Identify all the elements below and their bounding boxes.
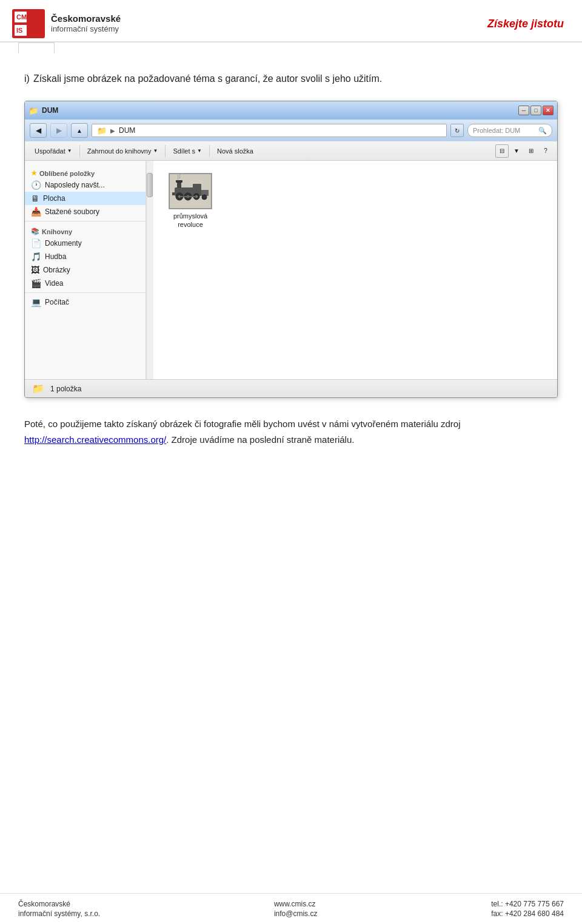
paragraph-text-rest: . xyxy=(166,434,171,445)
point-i-section: i) Získali jsme obrázek na požadované té… xyxy=(24,72,558,86)
computer-icon: 💻 xyxy=(31,297,41,307)
sidebar-item-pictures[interactable]: 🖼 Obrázky xyxy=(25,263,146,277)
toolbar-newfolder-button[interactable]: Nová složka xyxy=(212,146,258,156)
tab-indicator xyxy=(18,42,55,53)
explorer-statusbar: 📁 1 položka xyxy=(25,379,557,397)
paragraph-text-end: Zdroje uvádíme na poslední straně materi… xyxy=(172,434,355,445)
titlebar-left: 📁 DUM xyxy=(28,106,58,115)
footer-col-3: tel.: +420 775 775 667 fax: +420 284 680… xyxy=(491,900,564,918)
toolbar-separator-1 xyxy=(79,145,80,157)
view-preview-button[interactable]: ⊟ xyxy=(495,144,509,158)
footer-col-1: Českomoravské informační systémy, s.r.o. xyxy=(18,900,100,918)
file-item-przemyslova[interactable]: průmyslovárevoluce xyxy=(163,170,218,232)
toolbar-organize-button[interactable]: Uspořádat ▼ xyxy=(30,146,77,156)
view-dropdown-button[interactable]: ▼ xyxy=(510,144,523,158)
logo-text: Českomoravské informační systémy xyxy=(51,13,121,35)
sidebar-scrollbar[interactable] xyxy=(146,161,153,379)
cmis-logo-icon: CM IS xyxy=(12,9,45,38)
pictures-icon: 🖼 xyxy=(31,265,39,275)
documents-icon: 📄 xyxy=(31,238,41,248)
footer-website: www.cmis.cz xyxy=(274,900,318,908)
sidebar-favorites-header: ★ Oblíbené položky xyxy=(25,166,146,178)
locomotive-image xyxy=(170,174,211,208)
explorer-window: 📁 DUM ─ □ ✕ ◀ ▶ ▲ 📁 ▶ DUM ↻ Prohledat: D… xyxy=(24,101,558,398)
svg-point-20 xyxy=(202,195,207,200)
toolbar-library-button[interactable]: Zahrnout do knihovny ▼ xyxy=(82,146,163,156)
close-button[interactable]: ✕ xyxy=(543,106,554,115)
forward-button[interactable]: ▶ xyxy=(50,123,67,138)
sidebar-item-recent[interactable]: 🕐 Naposledy navšt... xyxy=(25,178,146,192)
scrollbar-thumb xyxy=(147,173,153,197)
organize-chevron-icon: ▼ xyxy=(67,148,72,153)
refresh-button[interactable]: ↻ xyxy=(450,124,464,137)
logo-sub: informační systémy xyxy=(51,24,121,35)
desktop-icon: 🖥 xyxy=(31,194,39,203)
recent-icon: 🕐 xyxy=(31,180,41,190)
minimize-button[interactable]: ─ xyxy=(518,106,529,115)
status-folder-icon: 📁 xyxy=(32,383,44,394)
search-placeholder: Prohledat: DUM xyxy=(473,127,520,134)
logo-area: CM IS Českomoravské informační systémy xyxy=(12,9,121,38)
paragraph-text-before: Poté, co použijeme takto získaný obrázek… xyxy=(24,419,460,429)
header-tagline: Získejte jistotu xyxy=(487,18,564,30)
explorer-title: DUM xyxy=(42,106,58,115)
address-box[interactable]: 📁 ▶ DUM xyxy=(92,124,447,137)
footer-email: info@cmis.cz xyxy=(274,909,318,918)
view-buttons: ⊟ ▼ ⊞ ? xyxy=(495,144,552,158)
logo-main: Českomoravské xyxy=(51,13,121,25)
back-button[interactable]: ◀ xyxy=(30,123,47,138)
explorer-main-area: průmyslovárevoluce xyxy=(153,161,557,379)
sidebar-libraries-header: 📚 Knihovny xyxy=(25,224,146,237)
sidebar-divider-1 xyxy=(25,221,146,221)
window-buttons: ─ □ ✕ xyxy=(518,106,554,115)
address-text: DUM xyxy=(119,126,135,135)
status-text: 1 položka xyxy=(50,385,81,393)
sidebar-item-music[interactable]: 🎵 Hudba xyxy=(25,250,146,263)
toolbar-separator-2 xyxy=(165,145,166,157)
svg-text:CM: CM xyxy=(16,13,27,21)
sidebar-item-desktop[interactable]: 🖥 Plocha xyxy=(25,192,146,205)
music-icon: 🎵 xyxy=(31,252,41,261)
view-details-button[interactable]: ⊞ xyxy=(524,144,538,158)
explorer-addressbar: ◀ ▶ ▲ 📁 ▶ DUM ↻ Prohledat: DUM 🔍 xyxy=(25,120,557,141)
footer-company-name: Českomoravské xyxy=(18,900,100,908)
downloads-icon: 📥 xyxy=(31,207,41,217)
footer-fax: fax: +420 284 680 484 xyxy=(491,909,564,918)
explorer-sidebar: ★ Oblíbené položky 🕐 Naposledy navšt... … xyxy=(25,161,146,379)
sidebar-item-documents[interactable]: 📄 Dokumenty xyxy=(25,237,146,250)
paragraph-section: Poté, co použijeme takto získaný obrázek… xyxy=(24,416,558,447)
footer-col-2: www.cmis.cz info@cmis.cz xyxy=(274,900,318,918)
svg-rect-8 xyxy=(176,180,182,183)
view-help-button[interactable]: ? xyxy=(539,144,552,158)
point-i-text: Získali jsme obrázek na požadované téma … xyxy=(33,72,382,86)
page-header: CM IS Českomoravské informační systémy Z… xyxy=(0,0,582,42)
creativecommons-link[interactable]: http://search.creativecommons.org/ xyxy=(24,434,166,445)
sidebar-item-downloads[interactable]: 📥 Stažené soubory xyxy=(25,205,146,218)
videos-icon: 🎬 xyxy=(31,278,41,288)
sidebar-item-computer[interactable]: 💻 Počítač xyxy=(25,295,146,309)
folder-title-icon: 📁 xyxy=(28,106,38,115)
libraries-icon: 📚 xyxy=(31,228,39,235)
point-i-label: i) xyxy=(24,72,30,86)
sidebar-divider-2 xyxy=(25,292,146,293)
favorites-star-icon: ★ xyxy=(31,169,37,177)
file-thumbnail xyxy=(169,173,212,209)
toolbar-separator-3 xyxy=(209,145,210,157)
share-chevron-icon: ▼ xyxy=(197,148,202,153)
explorer-toolbar: Uspořádat ▼ Zahrnout do knihovny ▼ Sdíle… xyxy=(25,141,557,161)
explorer-titlebar: 📁 DUM ─ □ ✕ xyxy=(25,101,557,120)
up-button[interactable]: ▲ xyxy=(71,123,88,138)
search-box[interactable]: Prohledat: DUM 🔍 xyxy=(467,124,552,137)
toolbar-share-button[interactable]: Sdílet s ▼ xyxy=(168,146,207,156)
svg-rect-17 xyxy=(172,192,175,195)
library-chevron-icon: ▼ xyxy=(153,148,158,153)
address-folder-icon: 📁 xyxy=(97,126,107,135)
sidebar-item-videos[interactable]: 🎬 Videa xyxy=(25,277,146,290)
page-footer: Českomoravské informační systémy, s.r.o.… xyxy=(0,893,582,924)
main-content: i) Získali jsme obrázek na požadované té… xyxy=(0,53,582,469)
search-icon: 🔍 xyxy=(538,127,547,135)
footer-company-type: informační systémy, s.r.o. xyxy=(18,909,100,918)
maximize-button[interactable]: □ xyxy=(530,106,541,115)
svg-text:IS: IS xyxy=(16,27,22,34)
file-label: průmyslovárevoluce xyxy=(173,212,207,229)
